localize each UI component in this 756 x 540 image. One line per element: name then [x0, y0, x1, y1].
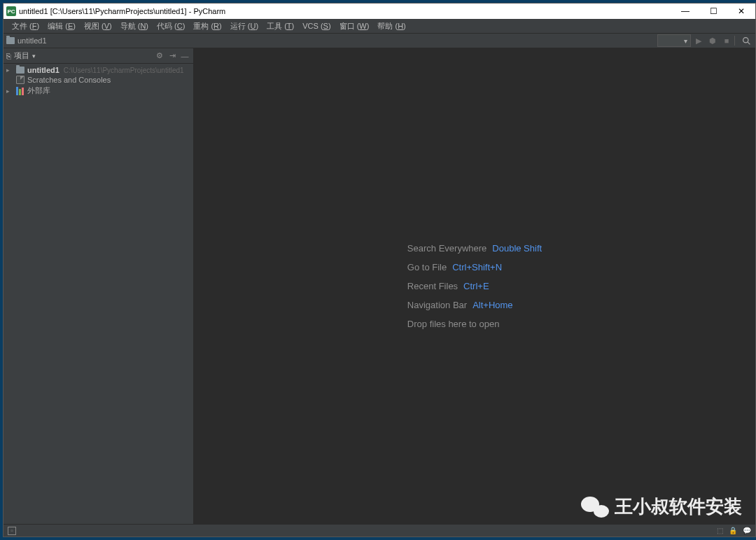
tree-external-libs[interactable]: ▸ 外部库	[4, 85, 193, 97]
gear-icon[interactable]: ⚙	[154, 50, 165, 62]
menu-file[interactable]: 文件 (F)	[8, 20, 43, 33]
svg-point-0	[743, 37, 748, 42]
menu-view[interactable]: 视图 (V)	[80, 20, 116, 33]
app-window: PC untitled1 [C:\Users\11\PycharmProject…	[3, 3, 756, 537]
folder-icon	[16, 67, 24, 74]
project-tool-icon: ⎘	[6, 52, 11, 60]
status-indicator-icon[interactable]: ⬚	[717, 527, 723, 534]
app-icon: PC	[6, 6, 16, 16]
tree-scratches[interactable]: Scratches and Consoles	[4, 75, 193, 85]
tree-path: C:\Users\11\PycharmProjects\untitled1	[64, 67, 184, 74]
separator	[734, 36, 738, 46]
search-icon[interactable]	[740, 34, 752, 47]
menu-refactor[interactable]: 重构 (R)	[189, 20, 225, 33]
run-config-select[interactable]: ▾	[657, 34, 691, 47]
status-lock-icon[interactable]: 🔒	[729, 527, 737, 534]
scratch-icon	[16, 76, 24, 84]
close-button[interactable]: ✕	[727, 4, 755, 19]
watermark-text: 王小叔软件安装	[615, 494, 742, 519]
status-chat-icon[interactable]: 💬	[743, 527, 751, 534]
menu-code[interactable]: 代码 (C)	[153, 20, 189, 33]
editor-hints: Search Everywhere Double Shift Go to Fil…	[407, 243, 542, 329]
tree-project-root[interactable]: ▸ untitled1 C:\Users\11\PycharmProjects\…	[4, 65, 193, 75]
wechat-icon	[581, 495, 609, 519]
project-tree: ▸ untitled1 C:\Users\11\PycharmProjects\…	[4, 64, 193, 98]
menu-run[interactable]: 运行 (U)	[226, 20, 262, 33]
menubar: 文件 (F) 编辑 (E) 视图 (V) 导航 (N) 代码 (C) 重构 (R…	[4, 19, 755, 33]
navigation-bar: untitled1 ▾ ▶ ⬢ ■	[4, 33, 755, 48]
dropdown-icon[interactable]: ▾	[32, 53, 36, 60]
hint-goto-file: Go to File Ctrl+Shift+N	[407, 262, 542, 272]
window-title: untitled1 [C:\Users\11\PycharmProjects\u…	[19, 7, 225, 15]
debug-icon[interactable]: ⬢	[706, 34, 719, 47]
svg-line-1	[748, 42, 750, 44]
tree-label: 外部库	[27, 85, 50, 96]
hint-recent-files: Recent Files Ctrl+E	[407, 281, 542, 291]
minimize-button[interactable]: —	[671, 4, 699, 19]
expand-icon[interactable]: ▸	[6, 88, 13, 95]
menu-help[interactable]: 帮助 (H)	[373, 20, 410, 33]
hint-drop-files: Drop files here to open	[407, 319, 542, 329]
breadcrumb[interactable]: untitled1	[6, 36, 47, 45]
hint-navigation-bar: Navigation Bar Alt+Home	[407, 300, 542, 310]
expand-icon[interactable]: ▸	[6, 67, 13, 74]
stop-icon[interactable]: ■	[720, 34, 733, 47]
titlebar: PC untitled1 [C:\Users\11\PycharmProject…	[4, 4, 755, 19]
breadcrumb-project: untitled1	[18, 36, 47, 45]
hint-search-everywhere: Search Everywhere Double Shift	[407, 243, 542, 254]
collapse-icon[interactable]: ⇥	[167, 50, 178, 62]
menu-edit[interactable]: 编辑 (E)	[43, 20, 80, 33]
menu-tools[interactable]: 工具 (T)	[262, 20, 298, 33]
folder-icon	[6, 37, 15, 44]
editor-area[interactable]: Search Everywhere Double Shift Go to Fil…	[194, 48, 755, 524]
run-icon[interactable]: ▶	[692, 34, 705, 47]
library-icon	[16, 87, 24, 95]
menu-navigate[interactable]: 导航 (N)	[116, 20, 153, 33]
tree-label: untitled1	[27, 66, 59, 74]
maximize-button[interactable]: ☐	[699, 4, 727, 19]
hide-icon[interactable]: —	[179, 50, 190, 62]
menu-vcs[interactable]: VCS (S)	[298, 20, 335, 32]
sidebar-title: 项目	[14, 50, 29, 61]
tree-label: Scratches and Consoles	[27, 76, 111, 84]
project-sidebar: ⎘ 项目 ▾ ⚙ ⇥ — ▸ untitled1 C:\Users\11\Pyc…	[4, 48, 194, 524]
statusbar: ▫ ⬚ 🔒 💬	[4, 524, 755, 536]
watermark: 王小叔软件安装	[581, 494, 742, 519]
menu-window[interactable]: 窗口 (W)	[335, 20, 374, 33]
tool-window-icon[interactable]: ▫	[8, 527, 16, 535]
